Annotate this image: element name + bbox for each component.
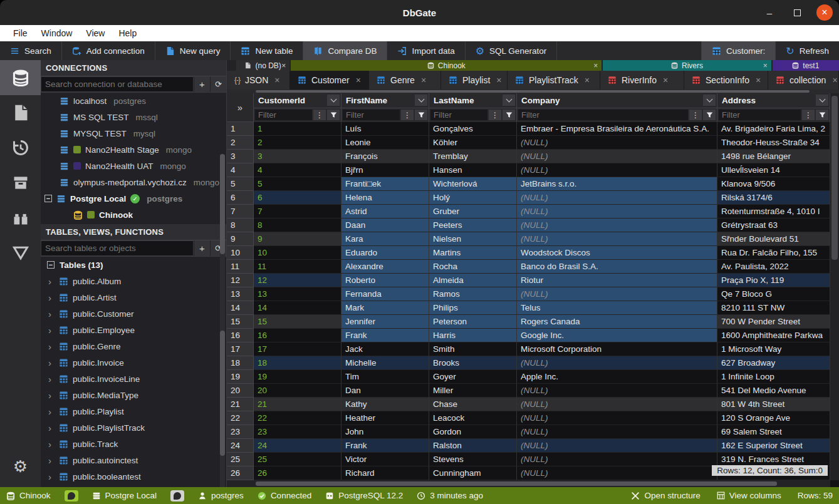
cell-lastname[interactable]: Wichterlová xyxy=(429,177,517,191)
tab-group-rivers[interactable]: Rivers× xyxy=(603,60,771,71)
cell-lastname[interactable]: Nielsen xyxy=(429,232,517,246)
cell-firstname[interactable]: Mark xyxy=(341,301,429,315)
cell-company[interactable]: Banco do Brasil S.A. xyxy=(517,260,717,274)
settings-rail-slot[interactable]: ⚙ xyxy=(0,451,41,482)
tab-group-chinook[interactable]: Chinook× xyxy=(291,60,602,71)
tab-playlisttrack[interactable]: PlaylistTrack× xyxy=(508,71,600,90)
add-connection-plus-button[interactable]: + xyxy=(194,76,210,92)
cell-company[interactable]: Apple Inc. xyxy=(517,370,717,384)
row-number[interactable]: 3 xyxy=(227,150,254,163)
filter-input[interactable] xyxy=(343,110,400,120)
column-menu-button[interactable] xyxy=(703,95,716,106)
cell-lastname[interactable]: Gonçalves xyxy=(429,122,517,136)
cell-company[interactable]: (NULL) xyxy=(517,287,717,301)
table-item[interactable]: ›public.booleantest xyxy=(41,468,226,485)
cell-firstname[interactable]: Kara xyxy=(341,232,429,246)
table-item[interactable]: ›public.Track xyxy=(41,436,226,452)
cell-company[interactable]: (NULL) xyxy=(517,219,717,232)
cell-address[interactable]: 1498 rue Bélanger xyxy=(717,150,830,163)
connections-search-input[interactable] xyxy=(41,76,194,92)
expand-chevron-icon[interactable]: › xyxy=(48,406,55,417)
cell-lastname[interactable]: Gruber xyxy=(429,205,517,219)
filter-input[interactable] xyxy=(255,110,312,120)
cell-customerid[interactable]: 19 xyxy=(254,370,341,384)
tab-genre[interactable]: Genre× xyxy=(369,71,441,90)
rail-plugins-button[interactable] xyxy=(0,200,41,235)
row-number[interactable]: 10 xyxy=(227,246,254,260)
close-icon[interactable]: × xyxy=(832,75,837,85)
customer-button[interactable]: Customer: xyxy=(701,41,775,60)
cell-customerid[interactable]: 6 xyxy=(254,191,341,205)
collapse-icon[interactable]: − xyxy=(44,195,52,202)
column-header-firstname[interactable]: FirstName xyxy=(341,93,429,108)
cell-customerid[interactable]: 16 xyxy=(254,329,341,342)
row-number[interactable]: 14 xyxy=(227,301,254,315)
cell-customerid[interactable]: 21 xyxy=(254,398,341,411)
rail-file-button[interactable] xyxy=(0,95,41,130)
cell-firstname[interactable]: François xyxy=(341,150,429,163)
cell-address[interactable]: 541 Del Medio Avenue xyxy=(717,384,830,398)
filter-menu-button[interactable]: ⋮ xyxy=(802,110,815,120)
menu-file[interactable]: File xyxy=(6,25,34,41)
cell-customerid[interactable]: 22 xyxy=(254,411,341,425)
cell-company[interactable]: (NULL) xyxy=(517,466,717,480)
close-icon[interactable]: × xyxy=(593,61,598,70)
cell-firstname[interactable]: Michelle xyxy=(341,356,429,370)
column-menu-button[interactable] xyxy=(503,95,515,106)
cell-company[interactable]: (NULL) xyxy=(517,232,717,246)
cell-lastname[interactable]: Cunningham xyxy=(429,466,517,480)
cell-lastname[interactable]: Hansen xyxy=(429,163,517,177)
connection-item[interactable]: olympus-medportal.vychozi.czmongo xyxy=(41,174,226,190)
connection-item[interactable]: MYSQL TESTmysql xyxy=(41,125,226,141)
cell-customerid[interactable]: 26 xyxy=(254,466,341,480)
cell-customerid[interactable]: 25 xyxy=(254,453,341,466)
cell-address[interactable]: 801 W 4th Street xyxy=(717,398,830,411)
expand-chevron-icon[interactable]: › xyxy=(48,292,55,303)
cell-lastname[interactable]: Smith xyxy=(429,342,517,356)
connection-item[interactable]: −Postgre Local✓postgres xyxy=(41,190,226,207)
cell-address[interactable]: 1600 Amphitheatre Parkwa xyxy=(717,329,830,342)
tab-playlist[interactable]: Playlist× xyxy=(441,71,508,90)
cell-firstname[interactable]: Dan xyxy=(341,384,429,398)
expand-chevron-icon[interactable]: › xyxy=(48,455,55,466)
table-item[interactable]: ›public.Employee xyxy=(41,322,226,338)
close-icon[interactable]: × xyxy=(763,61,768,70)
cell-firstname[interactable]: Kathy xyxy=(341,398,429,411)
expand-chevron-icon[interactable]: › xyxy=(48,471,55,482)
cell-address[interactable]: Av. Brigadeiro Faria Lima, 2 xyxy=(717,122,830,136)
cell-company[interactable]: Woodstock Discos xyxy=(517,246,717,260)
row-number[interactable]: 15 xyxy=(227,315,254,329)
row-number[interactable]: 12 xyxy=(227,274,254,287)
grid-horizontal-scrollbar[interactable] xyxy=(227,480,830,487)
cell-address[interactable]: Klanova 9/506 xyxy=(717,177,830,191)
cell-customerid[interactable]: 24 xyxy=(254,439,341,453)
cell-lastname[interactable]: Philips xyxy=(429,301,517,315)
cell-company[interactable]: (NULL) xyxy=(517,163,717,177)
close-button[interactable]: × xyxy=(816,4,833,21)
palette-icon[interactable] xyxy=(170,490,184,501)
cell-company[interactable]: Microsoft Corporation xyxy=(517,342,717,356)
cell-lastname[interactable]: Peeters xyxy=(429,219,517,232)
cell-company[interactable]: (NULL) xyxy=(517,439,717,453)
table-item[interactable]: ›public.Invoice xyxy=(41,354,226,371)
cell-customerid[interactable]: 23 xyxy=(254,425,341,439)
expand-chevron-icon[interactable]: › xyxy=(48,325,55,336)
table-item[interactable]: ›public.Customer xyxy=(41,306,226,322)
cell-firstname[interactable]: Frank xyxy=(341,439,429,453)
cell-customerid[interactable]: 18 xyxy=(254,356,341,370)
collapse-icon[interactable]: − xyxy=(47,261,55,269)
table-item[interactable]: ›public.autoinctest xyxy=(41,452,226,468)
cell-firstname[interactable]: Leonie xyxy=(341,136,429,150)
cell-firstname[interactable]: Eduardo xyxy=(341,246,429,260)
cell-customerid[interactable]: 9 xyxy=(254,232,341,246)
cell-company[interactable]: (NULL) xyxy=(517,425,717,439)
cell-firstname[interactable]: Frank xyxy=(341,329,429,342)
cell-address[interactable]: Praça Pio X, 119 xyxy=(717,274,830,287)
cell-company[interactable]: (NULL) xyxy=(517,398,717,411)
cell-address[interactable]: Sřnder Boulevard 51 xyxy=(717,232,830,246)
row-number[interactable]: 21 xyxy=(227,398,254,411)
add-connection-button[interactable]: Add connection xyxy=(62,41,155,60)
grid-corner-expand-button[interactable]: » xyxy=(227,93,254,122)
cell-customerid[interactable]: 1 xyxy=(254,122,341,136)
filter-menu-button[interactable]: ⋮ xyxy=(401,110,414,120)
